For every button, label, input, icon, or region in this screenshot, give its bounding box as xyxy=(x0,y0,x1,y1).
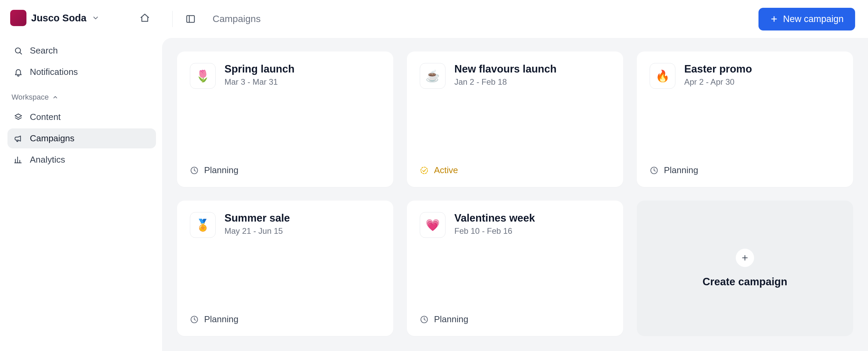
campaign-status-text: Active xyxy=(434,165,458,176)
new-campaign-label: New campaign xyxy=(783,14,844,24)
campaign-icon: 🔥 xyxy=(650,63,675,89)
campaign-icon: ☕ xyxy=(420,63,446,89)
campaign-card[interactable]: 🌷 Spring launch Mar 3 - Mar 31 Planning xyxy=(177,51,393,187)
svg-rect-7 xyxy=(187,16,195,22)
sidebar-item-analytics[interactable]: Analytics xyxy=(7,150,156,170)
workspace-name: Jusco Soda xyxy=(31,13,86,24)
campaign-dates: Jan 2 - Feb 18 xyxy=(454,77,556,87)
progress-icon xyxy=(420,166,429,175)
home-button[interactable] xyxy=(136,9,153,26)
svg-point-12 xyxy=(421,167,428,174)
chevron-up-icon xyxy=(52,94,58,100)
megaphone-icon xyxy=(14,134,23,143)
campaign-icon: 🏅 xyxy=(190,212,216,238)
sidebar-nav: Search Notifications Workspace Content xyxy=(7,41,156,170)
sidebar-item-label: Notifications xyxy=(30,67,78,77)
sidebar-item-label: Content xyxy=(30,112,61,122)
workspace-switcher[interactable]: Jusco Soda xyxy=(7,7,156,28)
clock-icon xyxy=(190,166,199,175)
campaign-status-text: Planning xyxy=(204,165,238,176)
campaign-icon: 🌷 xyxy=(190,63,216,89)
topbar: Campaigns New campaign xyxy=(162,0,868,38)
plus-icon xyxy=(736,249,754,267)
layers-icon xyxy=(14,113,23,122)
campaign-status-text: Planning xyxy=(664,165,698,176)
content-area: 🌷 Spring launch Mar 3 - Mar 31 Planning … xyxy=(162,38,868,351)
campaign-card[interactable]: 💗 Valentines week Feb 10 - Feb 16 Planni… xyxy=(407,201,623,336)
chevron-down-icon xyxy=(92,14,99,22)
svg-line-1 xyxy=(20,52,22,54)
campaign-status: Planning xyxy=(190,165,380,176)
section-label-text: Workspace xyxy=(12,93,49,102)
breadcrumb[interactable]: Campaigns xyxy=(213,14,261,24)
create-campaign-label: Create campaign xyxy=(703,276,787,288)
sidebar-item-label: Search xyxy=(30,45,58,56)
bar-chart-icon xyxy=(14,156,23,164)
campaign-status-text: Planning xyxy=(434,314,468,325)
campaign-grid: 🌷 Spring launch Mar 3 - Mar 31 Planning … xyxy=(177,51,853,336)
new-campaign-button[interactable]: New campaign xyxy=(758,8,855,30)
campaign-dates: Apr 2 - Apr 30 xyxy=(684,77,752,87)
divider xyxy=(172,11,173,27)
sidebar-item-search[interactable]: Search xyxy=(7,41,156,61)
create-campaign-card[interactable]: Create campaign xyxy=(637,201,853,336)
panel-toggle-button[interactable] xyxy=(182,11,199,27)
sidebar-item-content[interactable]: Content xyxy=(7,107,156,127)
clock-icon xyxy=(190,315,199,324)
campaign-status: Active xyxy=(420,165,610,176)
sidebar: Jusco Soda Search Notifications xyxy=(0,0,162,351)
campaign-title: New flavours launch xyxy=(454,63,556,75)
campaign-card[interactable]: ☕ New flavours launch Jan 2 - Feb 18 Act… xyxy=(407,51,623,187)
sidebar-item-notifications[interactable]: Notifications xyxy=(7,62,156,82)
campaign-card[interactable]: 🔥 Easter promo Apr 2 - Apr 30 Planning xyxy=(637,51,853,187)
sidebar-item-campaigns[interactable]: Campaigns xyxy=(7,128,156,148)
clock-icon xyxy=(420,315,429,324)
clock-icon xyxy=(650,166,658,175)
svg-marker-2 xyxy=(15,114,22,118)
search-icon xyxy=(14,46,23,55)
campaign-status-text: Planning xyxy=(204,314,238,325)
sidebar-item-label: Campaigns xyxy=(30,133,75,144)
campaign-dates: Mar 3 - Mar 31 xyxy=(224,77,295,87)
campaign-card[interactable]: 🏅 Summer sale May 21 - Jun 15 Planning xyxy=(177,201,393,336)
sidebar-item-label: Analytics xyxy=(30,154,65,165)
campaign-dates: May 21 - Jun 15 xyxy=(224,226,290,236)
campaign-status: Planning xyxy=(190,314,380,325)
campaign-title: Spring launch xyxy=(224,63,295,75)
campaign-title: Valentines week xyxy=(454,212,535,224)
campaign-icon: 💗 xyxy=(420,212,446,238)
campaign-title: Easter promo xyxy=(684,63,752,75)
bell-icon xyxy=(14,68,23,77)
campaign-status: Planning xyxy=(650,165,840,176)
campaign-status: Planning xyxy=(420,314,610,325)
sidebar-section-workspace[interactable]: Workspace xyxy=(7,83,156,106)
campaign-dates: Feb 10 - Feb 16 xyxy=(454,226,535,236)
campaign-title: Summer sale xyxy=(224,212,290,224)
plus-icon xyxy=(770,15,778,23)
workspace-avatar xyxy=(10,10,26,26)
